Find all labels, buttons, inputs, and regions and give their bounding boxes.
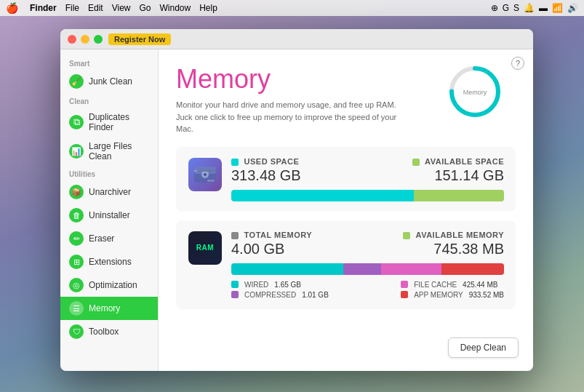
window-controls — [68, 35, 103, 44]
menu-help[interactable]: Help — [199, 3, 217, 13]
menubar-icon-2: G — [503, 3, 509, 13]
memory-file-cache-bar — [381, 263, 441, 275]
disk-space-header: USED SPACE 313.48 GB AVAILABLE SPACE 151… — [188, 157, 504, 201]
memory-compressed-bar — [343, 263, 382, 275]
disk-available-stat: AVAILABLE SPACE 151.14 GB — [412, 157, 504, 184]
sidebar-item-label-memory: Memory — [89, 303, 120, 313]
disk-icon-container — [188, 157, 223, 192]
sidebar-item-duplicates-finder[interactable]: ⧉ Duplicates Finder — [60, 108, 158, 137]
eraser-icon: ✏ — [69, 231, 84, 246]
menubar: 🍎 Finder File Edit View Go Window Help ⊕… — [0, 0, 584, 16]
sidebar-item-optimization[interactable]: ◎ Optimization — [60, 273, 158, 297]
main-content: ? Memory Memory Monitor your hard drive … — [159, 49, 533, 371]
sidebar-item-large-files-clean[interactable]: 📊 Large Files Clean — [60, 137, 158, 166]
page-description: Monitor your hard drive and memory usage… — [176, 99, 409, 135]
menubar-icon-sound: 🔊 — [567, 3, 578, 13]
disk-stats: USED SPACE 313.48 GB AVAILABLE SPACE 151… — [231, 157, 504, 184]
sidebar: Smart 🧹 Junk Clean Clean ⧉ Duplicates Fi… — [60, 49, 159, 371]
help-button[interactable]: ? — [511, 57, 524, 70]
sidebar-section-utilities: Utilities — [60, 166, 158, 180]
memory-progress-bar — [231, 263, 504, 275]
disk-progress-bar — [231, 190, 504, 201]
register-button[interactable]: Register Now — [108, 33, 171, 45]
sidebar-item-label-toolbox: Toolbox — [89, 327, 119, 337]
file-cache-dot — [401, 281, 408, 288]
wired-legend-row: WIRED 1.65 GB — [231, 281, 329, 289]
memory-available-value: 745.38 MB — [403, 241, 504, 257]
menu-file[interactable]: File — [65, 3, 79, 13]
sidebar-item-uninstaller[interactable]: 🗑 Uninstaller — [60, 204, 158, 227]
disk-used-stat: USED SPACE 313.48 GB — [231, 157, 301, 184]
large-files-icon: 📊 — [69, 144, 84, 159]
memory-total-value: 4.00 GB — [231, 241, 312, 257]
sidebar-item-toolbox[interactable]: 🛡 Toolbox — [60, 320, 158, 343]
memory-info: TOTAL MEMORY 4.00 GB AVAILABLE MEMORY 74… — [231, 231, 504, 299]
sidebar-item-memory[interactable]: ☰ Memory — [60, 297, 158, 320]
toolbox-icon: 🛡 — [69, 324, 84, 339]
maximize-button[interactable] — [94, 35, 103, 44]
used-dot — [231, 159, 239, 166]
disk-svg — [191, 161, 219, 188]
svg-point-6 — [204, 173, 207, 176]
memory-total-stat: TOTAL MEMORY 4.00 GB — [231, 231, 312, 257]
disk-space-info: USED SPACE 313.48 GB AVAILABLE SPACE 151… — [231, 157, 504, 201]
menu-view[interactable]: View — [112, 3, 131, 13]
menubar-icon-3: S — [513, 3, 519, 13]
sidebar-item-eraser[interactable]: ✏ Eraser — [60, 227, 158, 250]
svg-rect-9 — [207, 180, 215, 182]
menu-finder[interactable]: Finder — [30, 3, 57, 13]
duplicates-finder-icon: ⧉ — [69, 115, 84, 129]
memory-available-stat: AVAILABLE MEMORY 745.38 MB — [403, 231, 504, 257]
memory-available-label: AVAILABLE MEMORY — [403, 231, 504, 239]
app-memory-legend-row: APP MEMORY 933.52 MB — [401, 291, 504, 299]
wired-value: 1.65 GB — [274, 281, 301, 289]
memory-stats: TOTAL MEMORY 4.00 GB AVAILABLE MEMORY 74… — [231, 231, 504, 257]
mem-available-dot — [403, 232, 410, 239]
minimize-button[interactable] — [81, 35, 89, 44]
menu-go[interactable]: Go — [140, 3, 151, 13]
compressed-value: 1.01 GB — [302, 291, 329, 299]
menu-window[interactable]: Window — [160, 3, 191, 13]
memory-legend-left: WIRED 1.65 GB COMPRESSED 1.01 GB — [231, 281, 329, 299]
sidebar-section-clean: Clean — [60, 93, 158, 108]
compressed-dot — [231, 291, 239, 298]
sidebar-item-label-duplicates-finder: Duplicates Finder — [89, 112, 149, 132]
sidebar-item-label-large-files-clean: Large Files Clean — [89, 141, 149, 161]
sidebar-item-extensions[interactable]: ⊞ Extensions — [60, 250, 158, 273]
menubar-icon-wifi: 📶 — [552, 3, 563, 13]
disk-used-value: 313.48 GB — [231, 167, 301, 184]
total-dot — [231, 232, 239, 239]
disk-available-bar — [414, 190, 504, 201]
memory-icon: ☰ — [69, 301, 84, 316]
apple-icon[interactable]: 🍎 — [6, 2, 18, 14]
sidebar-item-junk-clean[interactable]: 🧹 Junk Clean — [60, 70, 158, 93]
junk-clean-icon: 🧹 — [69, 74, 84, 89]
memory-app-memory-bar — [441, 263, 504, 275]
ram-icon: RAM — [188, 231, 222, 265]
memory-ring-svg: Memory — [446, 63, 504, 121]
deep-clean-button[interactable]: Deep Clean — [448, 337, 519, 358]
app-memory-label: APP MEMORY — [414, 291, 463, 299]
disk-icon — [188, 158, 222, 191]
unarchiver-icon: 📦 — [69, 185, 84, 199]
menubar-right-icons: ⊕ G S 🔔 ▬ 📶 🔊 — [491, 3, 578, 13]
disk-available-label: AVAILABLE SPACE — [412, 157, 504, 166]
memory-section-header: RAM TOTAL MEMORY 4.00 GB — [188, 231, 504, 299]
sidebar-section-smart: Smart — [60, 55, 158, 70]
memory-legend: WIRED 1.65 GB COMPRESSED 1.01 GB — [231, 281, 504, 299]
menu-edit[interactable]: Edit — [88, 3, 103, 13]
disk-space-section: USED SPACE 313.48 GB AVAILABLE SPACE 151… — [176, 147, 516, 212]
sidebar-item-unarchiver[interactable]: 📦 Unarchiver — [60, 180, 158, 204]
disk-used-label: USED SPACE — [231, 157, 301, 166]
available-dot — [412, 159, 420, 166]
file-cache-label: FILE CACHE — [414, 281, 457, 289]
app-body: Smart 🧹 Junk Clean Clean ⧉ Duplicates Fi… — [60, 49, 533, 371]
memory-section: RAM TOTAL MEMORY 4.00 GB — [176, 220, 516, 309]
uninstaller-icon: 🗑 — [69, 208, 84, 223]
memory-total-label: TOTAL MEMORY — [231, 231, 312, 239]
close-button[interactable] — [68, 35, 76, 44]
wired-dot — [231, 281, 239, 288]
menubar-icon-5: ▬ — [539, 3, 548, 13]
title-bar: Register Now — [60, 29, 533, 49]
sidebar-item-label-eraser: Eraser — [89, 233, 114, 244]
